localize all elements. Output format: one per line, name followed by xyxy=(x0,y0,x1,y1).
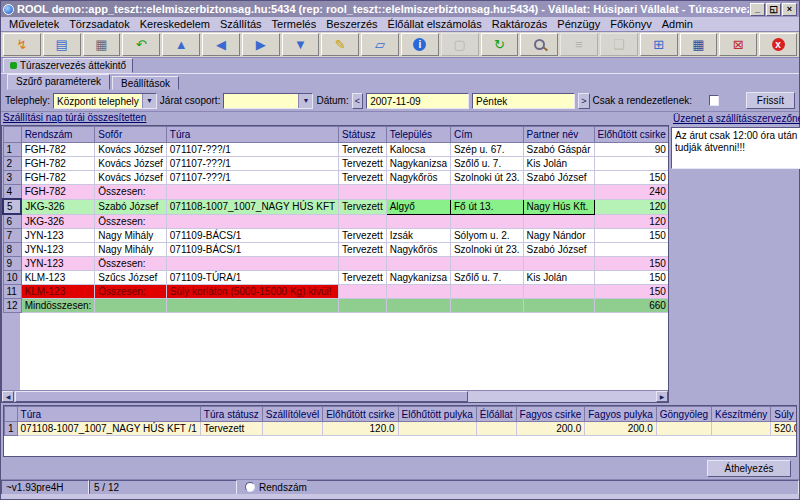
row-number[interactable]: 9 xyxy=(3,257,21,271)
cell[interactable]: Szőlő u. 7. xyxy=(450,157,523,171)
cell[interactable]: 071109-BÁCS/1 xyxy=(166,243,338,257)
cell[interactable]: Nagykanizsa xyxy=(386,157,450,171)
table-delete-button[interactable]: ⊠ xyxy=(719,33,757,56)
row-number[interactable]: 10 xyxy=(3,271,21,285)
cell[interactable]: 071109-BÁCS/1 xyxy=(166,229,338,243)
cell[interactable]: Szűcs József xyxy=(95,271,166,285)
column-header[interactable]: Göngyöleg xyxy=(656,407,711,422)
cell[interactable]: Nagykőrös xyxy=(386,243,450,257)
cell[interactable] xyxy=(523,185,594,200)
table-row[interactable]: 5JKG-326Szabó József071108-1007_1007_NAG… xyxy=(3,199,668,214)
cell[interactable]: Szabó József xyxy=(523,171,594,185)
column-header[interactable]: Túra státusz xyxy=(200,407,262,422)
scroll-left-icon[interactable]: ◀ xyxy=(2,391,14,402)
table-row[interactable]: 7JYN-123Nagy Mihály071109-BÁCS/1Tervezet… xyxy=(3,229,668,243)
cell[interactable]: 071109-TÚRA/1 xyxy=(166,271,338,285)
cell[interactable]: Szolnoki út 23. xyxy=(450,171,523,185)
close-icon[interactable]: × xyxy=(782,3,797,16)
cell[interactable]: Szolnoki út 23. xyxy=(450,243,523,257)
column-header[interactable]: Státusz xyxy=(339,127,387,143)
menu-item[interactable]: Raktározás xyxy=(487,18,553,30)
cell[interactable] xyxy=(95,299,166,313)
column-header[interactable]: Előhűtött csirke xyxy=(323,407,398,422)
cell[interactable] xyxy=(398,422,476,436)
cell[interactable] xyxy=(339,185,387,200)
cell[interactable]: 071107-???/1 xyxy=(166,143,338,157)
row-number[interactable]: 4 xyxy=(3,185,21,200)
table-row[interactable]: 1FGH-782Kovács József071107-???/1Terveze… xyxy=(3,143,668,157)
cell[interactable]: Nagykőrös xyxy=(386,171,450,185)
cell[interactable]: Sólyom u. 2. xyxy=(450,229,523,243)
cell[interactable]: Súly korláton (5000-15000 Kg) kívül! xyxy=(166,285,338,299)
cell[interactable]: Tervezett xyxy=(200,422,262,436)
cell[interactable]: Tervezett xyxy=(339,229,387,243)
cell[interactable]: 150 xyxy=(594,271,668,285)
move-button[interactable]: Áthelyezés xyxy=(707,460,791,477)
cell[interactable] xyxy=(339,214,387,229)
column-header[interactable]: Súly xyxy=(771,407,797,422)
edit-button[interactable]: ✎ xyxy=(321,33,359,56)
rows-button[interactable]: ≡ xyxy=(560,33,598,56)
cell[interactable]: Összesen: xyxy=(95,185,166,200)
chevron-down-icon[interactable]: ▼ xyxy=(298,94,312,108)
cell[interactable]: 071107-???/1 xyxy=(166,157,338,171)
menu-item[interactable]: Műveletek xyxy=(4,18,64,30)
cell[interactable]: Kovács József xyxy=(95,143,166,157)
last-record-button[interactable]: ▼ xyxy=(282,33,320,56)
cell[interactable]: KLM-123 xyxy=(21,285,95,299)
exit-button[interactable]: x xyxy=(759,33,797,56)
cell[interactable]: 200.0 xyxy=(585,422,656,436)
cell[interactable]: Tervezett xyxy=(339,271,387,285)
cell[interactable]: JYN-123 xyxy=(21,229,95,243)
save-button[interactable]: ▦ xyxy=(83,33,121,56)
cell[interactable]: Kalocsa xyxy=(386,143,450,157)
cell[interactable] xyxy=(386,214,450,229)
row-number[interactable]: 1 xyxy=(5,422,18,436)
cell[interactable]: Kis Jolán xyxy=(523,271,594,285)
refresh-button[interactable]: Frissít xyxy=(746,92,795,109)
cell[interactable]: Szabó József xyxy=(523,243,594,257)
column-header[interactable]: Partner név xyxy=(523,127,594,143)
menu-item[interactable]: Törzsadatok xyxy=(64,18,135,30)
cell[interactable]: Kovács József xyxy=(95,157,166,171)
cell[interactable]: 150 xyxy=(594,171,668,185)
cell[interactable]: FGH-782 xyxy=(21,143,95,157)
table-row[interactable]: 10KLM-123Szűcs József071109-TÚRA/1Tervez… xyxy=(3,271,668,285)
column-header[interactable]: Szállítólevél xyxy=(262,407,322,422)
cell[interactable]: 071107-???/1 xyxy=(166,171,338,185)
cell[interactable]: Szabó Gáspár xyxy=(523,143,594,157)
cell[interactable] xyxy=(339,257,387,271)
search-button[interactable] xyxy=(520,33,558,56)
column-header[interactable]: Előhűtött csirke xyxy=(594,127,668,143)
cell[interactable] xyxy=(386,299,450,313)
cell[interactable]: 071108-1007_1007_NAGY HÚS KFT xyxy=(166,199,338,214)
message-textarea[interactable]: Az árut csak 12:00 óra után tudják átven… xyxy=(671,127,800,169)
column-header[interactable]: Fagyos pulyka xyxy=(585,407,656,422)
cell[interactable]: 120 xyxy=(594,214,668,229)
cell[interactable]: FGH-782 xyxy=(21,157,95,171)
cell[interactable]: 240 xyxy=(594,185,668,200)
cell[interactable]: JKG-326 xyxy=(21,199,95,214)
info-button[interactable]: i xyxy=(401,33,439,56)
cell[interactable]: Szabó József xyxy=(95,199,166,214)
cell[interactable]: 120.0 xyxy=(323,422,398,436)
cell[interactable]: 150 xyxy=(594,229,668,243)
cell[interactable]: Nagy Mihály xyxy=(95,229,166,243)
cell[interactable] xyxy=(339,299,387,313)
row-number[interactable]: 5 xyxy=(3,199,21,214)
cell[interactable] xyxy=(166,185,338,200)
cell[interactable]: 520.0 xyxy=(771,422,797,436)
cell[interactable]: Nagy Mihály xyxy=(95,243,166,257)
cell[interactable]: Tervezett xyxy=(339,199,387,214)
column-header[interactable]: Túra xyxy=(166,127,338,143)
cell[interactable]: 200.0 xyxy=(516,422,585,436)
table-row[interactable]: 3FGH-782Kovács József071107-???/1Terveze… xyxy=(3,171,668,185)
next-day-button[interactable]: > xyxy=(578,93,589,109)
menu-item[interactable]: Admin xyxy=(657,18,698,30)
column-header[interactable]: Előhűtött pulyka xyxy=(398,407,476,422)
table-import-button[interactable]: ▦ xyxy=(680,33,718,56)
cell[interactable]: JYN-123 xyxy=(21,257,95,271)
row-number[interactable]: 8 xyxy=(3,243,21,257)
cell[interactable] xyxy=(339,285,387,299)
cell[interactable]: Algyő xyxy=(386,199,450,214)
